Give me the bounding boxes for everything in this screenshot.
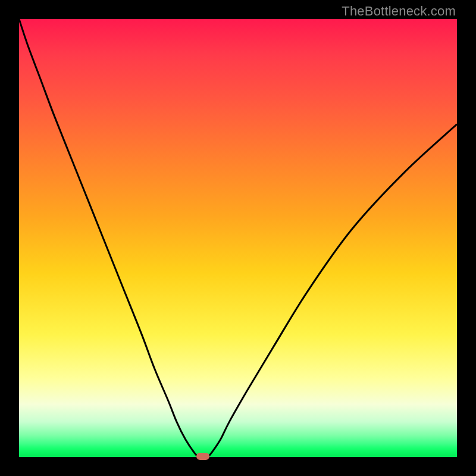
plot-area [19, 19, 457, 457]
bottleneck-curve [19, 19, 457, 457]
minimum-marker [196, 453, 209, 460]
chart-frame: TheBottleneck.com [0, 0, 476, 476]
watermark-text: TheBottleneck.com [342, 4, 456, 19]
curve-path [19, 19, 457, 457]
